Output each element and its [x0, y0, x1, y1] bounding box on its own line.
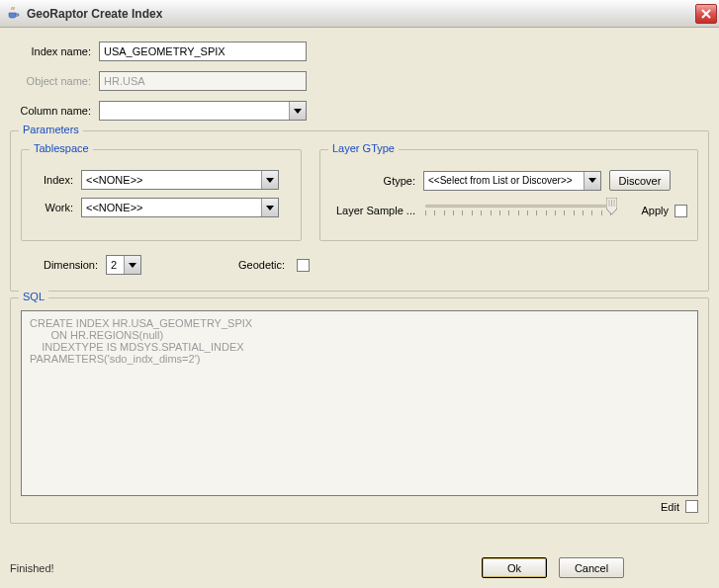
- geodetic-label: Geodetic:: [238, 259, 285, 271]
- geodetic-checkbox[interactable]: [297, 259, 310, 272]
- object-name-row: Object name:: [10, 71, 709, 91]
- gtype-value: <<Select from List or Discover>>: [428, 175, 573, 186]
- gtype-dropdown[interactable]: <<Select from List or Discover>>: [423, 171, 601, 191]
- status-text: Finished!: [10, 562, 482, 574]
- discover-button[interactable]: Discover: [609, 170, 671, 191]
- edit-label: Edit: [661, 501, 679, 513]
- ts-index-label: Index:: [32, 174, 73, 186]
- column-name-dropdown[interactable]: [99, 101, 307, 121]
- tablespace-fieldset: Tablespace Index: <<NONE>> Work: <<NONE>…: [21, 149, 302, 241]
- apply-checkbox[interactable]: [674, 205, 687, 217]
- index-name-label: Index name:: [14, 45, 91, 57]
- ts-work-dropdown[interactable]: <<NONE>>: [81, 198, 279, 217]
- dialog-footer: Finished! Ok Cancel: [10, 557, 709, 578]
- sql-fieldset: SQL CREATE INDEX HR.USA_GEOMETRY_SPIX ON…: [10, 297, 709, 524]
- parameters-fieldset: Parameters Tablespace Index: <<NONE>> Wo…: [10, 130, 709, 292]
- column-name-row: Column name:: [10, 101, 709, 121]
- parameters-legend: Parameters: [19, 124, 83, 135]
- index-name-row: Index name:: [10, 42, 709, 61]
- slider-thumb-icon: [606, 198, 617, 215]
- dimension-dropdown[interactable]: 2: [106, 255, 141, 275]
- title-bar: GeoRaptor Create Index: [0, 0, 719, 28]
- dimension-label: Dimension:: [33, 259, 98, 271]
- ts-work-value: <<NONE>>: [86, 202, 142, 213]
- index-name-input[interactable]: [99, 42, 307, 61]
- cancel-button[interactable]: Cancel: [559, 557, 624, 578]
- ok-button[interactable]: Ok: [482, 557, 547, 578]
- ts-index-dropdown[interactable]: <<NONE>>: [81, 170, 279, 190]
- java-cup-icon: [6, 5, 22, 23]
- sql-legend: SQL: [19, 291, 48, 302]
- window-title: GeoRaptor Create Index: [27, 7, 695, 21]
- chevron-down-icon: [261, 171, 278, 189]
- chevron-down-icon: [289, 102, 306, 120]
- edit-checkbox[interactable]: [685, 500, 698, 513]
- gtype-label: Gtype:: [330, 175, 415, 187]
- object-name-input: [99, 71, 307, 91]
- chevron-down-icon: [584, 172, 600, 190]
- chevron-down-icon: [124, 256, 140, 274]
- chevron-down-icon: [261, 199, 278, 216]
- apply-label: Apply: [641, 205, 669, 216]
- tablespace-legend: Tablespace: [30, 142, 93, 154]
- sample-label: Layer Sample ...: [330, 205, 415, 216]
- dialog-content: Index name: Object name: Column name: Pa…: [0, 28, 719, 540]
- close-button[interactable]: [695, 4, 717, 24]
- gtype-fieldset: Layer GType Gtype: <<Select from List or…: [319, 149, 698, 241]
- ts-work-label: Work:: [32, 202, 73, 213]
- sql-textarea: CREATE INDEX HR.USA_GEOMETRY_SPIX ON HR.…: [21, 310, 698, 496]
- object-name-label: Object name:: [14, 75, 91, 87]
- column-name-label: Column name:: [14, 105, 91, 117]
- sample-slider[interactable]: [423, 199, 633, 222]
- dimension-value: 2: [111, 259, 117, 271]
- ts-index-value: <<NONE>>: [86, 174, 142, 186]
- gtype-legend: Layer GType: [328, 142, 399, 154]
